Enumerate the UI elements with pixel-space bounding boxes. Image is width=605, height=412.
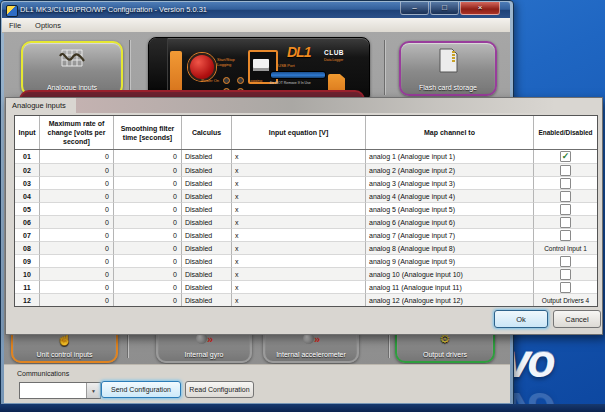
cell-equation[interactable]: x [232,267,366,280]
cell-input[interactable]: 03 [15,176,40,189]
cell-max_rate[interactable]: 0 [40,189,114,202]
cell-smoothing[interactable]: 0 [114,254,182,267]
cell-input[interactable]: 09 [15,254,40,267]
cell-input[interactable]: 06 [15,215,40,228]
enabled-checkbox[interactable] [560,217,571,228]
cell-map[interactable]: analog 9 (Analogue input 9) [366,254,534,267]
cell-smoothing[interactable]: 0 [114,215,182,228]
cell-enabled[interactable]: Control Input 1 [534,241,597,254]
cell-calculus[interactable]: Disabled [182,215,232,228]
cell-max_rate[interactable]: 0 [40,150,114,163]
cell-smoothing[interactable]: 0 [114,293,182,306]
titlebar[interactable]: DL1 MK3/CLUB/PRO/WP Configuration - Vers… [2,2,510,18]
cell-map[interactable]: analog 12 (Analogue input 12) [366,293,534,306]
read-configuration-button[interactable]: Read Configuration [185,381,254,398]
cell-max_rate[interactable]: 0 [40,228,114,241]
cell-max_rate[interactable]: 0 [40,293,114,306]
cell-smoothing[interactable]: 0 [114,267,182,280]
cell-smoothing[interactable]: 0 [114,150,182,163]
table-row: 0600Disabledxanalog 6 (Analogue input 6) [15,215,597,228]
cell-map[interactable]: analog 3 (Analogue input 3) [366,176,534,189]
enabled-checkbox[interactable] [560,191,571,202]
analogue-inputs-button[interactable]: Analogue inputs [21,41,123,96]
cell-max_rate[interactable]: 0 [40,215,114,228]
cell-input[interactable]: 04 [15,189,40,202]
flash-card-storage-button[interactable]: Flash card storage [399,41,497,96]
send-configuration-button[interactable]: Send Configuration [101,381,181,398]
cell-calculus[interactable]: Disabled [182,150,232,163]
cell-equation[interactable]: x [232,189,366,202]
cell-input[interactable]: 10 [15,267,40,280]
cell-map[interactable]: analog 5 (Analogue input 5) [366,202,534,215]
cell-map[interactable]: analog 4 (Analogue input 4) [366,189,534,202]
enabled-checkbox[interactable] [560,178,571,189]
cell-smoothing[interactable]: 0 [114,163,182,176]
cell-max_rate[interactable]: 0 [40,280,114,293]
enabled-checkbox[interactable] [560,269,571,280]
cell-equation[interactable]: x [232,150,366,163]
cell-equation[interactable]: x [232,293,366,306]
comm-port-select[interactable]: ▼ [19,382,101,399]
cell-calculus[interactable]: Disabled [182,228,232,241]
enabled-checkbox[interactable] [560,256,571,267]
cell-map[interactable]: analog 6 (Analogue input 6) [366,215,534,228]
cell-input[interactable]: 08 [15,241,40,254]
cell-calculus[interactable]: Disabled [182,189,232,202]
cell-map[interactable]: analog 1 (Analogue input 1) [366,150,534,163]
cell-calculus[interactable]: Disabled [182,176,232,189]
cell-map[interactable]: analog 7 (Analogue input 7) [366,228,534,241]
cell-input[interactable]: 12 [15,293,40,306]
cell-max_rate[interactable]: 0 [40,241,114,254]
cell-equation[interactable]: x [232,202,366,215]
cell-max_rate[interactable]: 0 [40,267,114,280]
cell-input[interactable]: 07 [15,228,40,241]
menu-options[interactable]: Options [28,18,68,32]
cell-equation[interactable]: x [232,215,366,228]
cell-max_rate[interactable]: 0 [40,202,114,215]
cell-smoothing[interactable]: 0 [114,241,182,254]
cell-smoothing[interactable]: 0 [114,228,182,241]
cell-map[interactable]: analog 2 (Analogue input 2) [366,163,534,176]
cell-calculus[interactable]: Disabled [182,241,232,254]
cell-calculus[interactable]: Disabled [182,254,232,267]
cell-calculus[interactable]: Disabled [182,202,232,215]
cell-calculus[interactable]: Disabled [182,293,232,306]
dropdown-arrow-icon[interactable]: ▼ [86,383,100,398]
cancel-button[interactable]: Cancel [553,310,601,328]
cell-smoothing[interactable]: 0 [114,176,182,189]
enabled-checkbox[interactable] [560,282,571,293]
cell-equation[interactable]: x [232,241,366,254]
cell-equation[interactable]: x [232,280,366,293]
enabled-checkbox[interactable] [560,230,571,241]
cell-map[interactable]: analog 8 (Analogue input 8) [366,241,534,254]
cell-equation[interactable]: x [232,163,366,176]
cell-smoothing[interactable]: 0 [114,189,182,202]
cell-calculus[interactable]: Disabled [182,163,232,176]
cell-input[interactable]: 02 [15,163,40,176]
enabled-checkbox[interactable]: ✓ [560,151,571,162]
cell-input[interactable]: 01 [15,150,40,163]
cell-max_rate[interactable]: 0 [40,176,114,189]
cell-input[interactable]: 11 [15,280,40,293]
cell-equation[interactable]: x [232,254,366,267]
cell-map[interactable]: analog 11 (Analogue input 11) [366,280,534,293]
cell-equation[interactable]: x [232,228,366,241]
enabled-checkbox[interactable] [560,165,571,176]
cell-max_rate[interactable]: 0 [40,163,114,176]
cell-calculus[interactable]: Disabled [182,280,232,293]
enabled-checkbox[interactable] [560,204,571,215]
cell-enabled[interactable]: Output Drivers 4 [534,293,597,306]
cell-smoothing[interactable]: 0 [114,202,182,215]
cell-map[interactable]: analog 10 (Analogue input 10) [366,267,534,280]
menu-file[interactable]: File [2,18,28,32]
close-button[interactable]: × [460,2,500,15]
column-header: Smoothing filter time [seconds] [114,116,182,149]
cell-smoothing[interactable]: 0 [114,280,182,293]
minimize-button[interactable]: – [400,2,429,15]
cell-max_rate[interactable]: 0 [40,254,114,267]
ok-button[interactable]: Ok [494,310,548,328]
maximize-button[interactable]: □ [430,2,459,15]
cell-input[interactable]: 05 [15,202,40,215]
cell-equation[interactable]: x [232,176,366,189]
cell-calculus[interactable]: Disabled [182,267,232,280]
